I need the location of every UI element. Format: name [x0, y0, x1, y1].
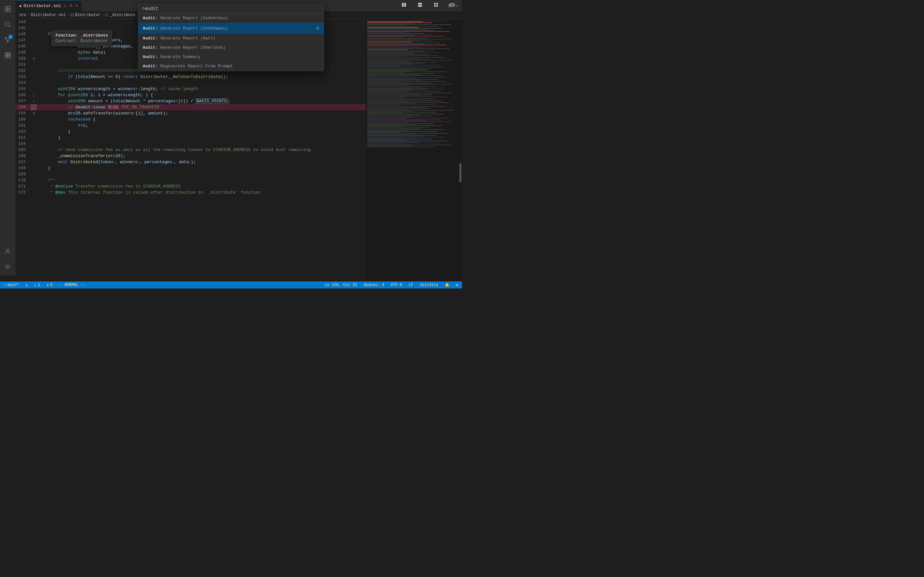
gutter-150: ⚠	[31, 55, 37, 61]
svg-rect-22	[436, 3, 438, 5]
status-language[interactable]: solidity	[418, 283, 439, 287]
activity-extensions[interactable]	[1, 49, 14, 61]
command-bold-2: Audit:	[143, 36, 158, 41]
command-item-1[interactable]: Audit: Generate Report (CodeHawks) ⚙	[138, 23, 324, 34]
encoding-label: UTF-8	[391, 283, 402, 287]
command-rest-4: Generate Summary	[160, 55, 200, 59]
code-line-172: 172 * @dev This internal function is cal…	[15, 189, 366, 195]
line-content-166: _commissionTransfer(erc20);	[37, 153, 366, 159]
status-sync-icon: ↻	[25, 283, 27, 287]
line-content-155: uint256 winnersLength = winners↑.length;…	[37, 86, 366, 92]
gutter-148	[31, 43, 37, 49]
status-branch[interactable]: ⚡ main*	[3, 283, 20, 287]
code-line-160: 160 unchecked {	[15, 116, 366, 122]
status-errors[interactable]: ✗ 0	[45, 283, 53, 287]
layout-toggle-1[interactable]	[397, 0, 411, 10]
layout-toggle-2[interactable]	[413, 0, 427, 10]
command-label-1: Audit: Generate Report (CodeHawks)	[143, 26, 316, 31]
status-warn-icon: ⚠	[34, 283, 36, 287]
gutter-151	[31, 61, 37, 68]
command-rest-0: Generate Report (Code4rena)	[160, 16, 228, 21]
code-line-155: 155 uint256 winnersLength = winners↑.len…	[15, 86, 366, 92]
status-warnings[interactable]: ⚠ 1	[33, 283, 41, 287]
line-content-164	[37, 141, 366, 147]
status-cursor-position[interactable]: Ln 158, Col 33	[323, 283, 359, 287]
line-content-170: /**	[37, 177, 366, 183]
svg-line-9	[6, 39, 8, 41]
svg-rect-19	[418, 3, 422, 5]
line-num-145: 145	[15, 25, 31, 31]
line-content-163: }	[37, 135, 366, 141]
svg-point-15	[6, 249, 9, 251]
activity-explorer[interactable]	[1, 3, 14, 15]
gutter-171	[31, 183, 37, 189]
command-palette[interactable]: Audit: Generate Report (Code4rena) Audit…	[138, 4, 324, 71]
breadcrumb-src[interactable]: src	[19, 13, 26, 17]
gutter-158	[31, 104, 37, 110]
window-controls	[397, 0, 462, 10]
status-bell[interactable]: 🔔	[443, 283, 451, 287]
status-encoding[interactable]: UTF-8	[389, 283, 404, 287]
activity-search[interactable]	[1, 18, 14, 31]
breadcrumb-distributor[interactable]: Distributor	[75, 13, 100, 17]
line-content-171: * @notice Transfer commission fee to STA…	[37, 183, 366, 189]
activity-settings[interactable]	[1, 260, 14, 273]
line-num-144: 144	[15, 19, 31, 25]
command-bold-1: Audit:	[143, 26, 158, 31]
gutter-166	[31, 153, 37, 159]
activity-source-control[interactable]	[1, 33, 14, 46]
command-gear-icon[interactable]: ⚙	[316, 25, 319, 31]
svg-rect-23	[434, 5, 436, 7]
svg-point-8	[7, 41, 9, 42]
line-num-149: 149	[15, 49, 31, 55]
status-spaces[interactable]: Spaces: 4	[362, 283, 386, 287]
gutter-167	[31, 159, 37, 165]
command-item-5[interactable]: Audit: Regenerate Report From Prompt	[138, 61, 324, 71]
line-num-152: 152	[15, 68, 31, 74]
cursor-pos-label: Ln 158, Col 33	[325, 283, 357, 287]
code-line-162: 162 }	[15, 129, 366, 135]
breadcrumb-distribute[interactable]: _distribute	[110, 13, 135, 17]
status-sync[interactable]: ↻	[24, 283, 29, 287]
spaces-label: Spaces: 4	[363, 283, 384, 287]
minimap-scrollbar-thumb[interactable]	[459, 163, 461, 182]
command-item-3[interactable]: Audit: Generate Report (Sherlock)	[138, 43, 324, 52]
status-eol[interactable]: LF	[407, 283, 415, 287]
svg-point-4	[5, 22, 10, 26]
line-content-172: * @dev This internal function is called …	[37, 189, 366, 195]
layout-toggle-3[interactable]	[429, 0, 443, 10]
gutter-165	[31, 147, 37, 153]
tab-file-icon: ◆	[19, 3, 21, 8]
command-rest-1: Generate Report (CodeHawks)	[160, 26, 228, 31]
command-item-2[interactable]: Audit: Generate Report (Hats)	[138, 34, 324, 43]
code-line-164: 164	[15, 141, 366, 147]
svg-rect-17	[402, 3, 404, 7]
tab-close-btn[interactable]: ×	[75, 3, 78, 8]
command-item-0[interactable]: Audit: Generate Report (Code4rena)	[138, 13, 324, 23]
command-item-4[interactable]: Audit: Generate Summary	[138, 52, 324, 61]
svg-line-10	[8, 39, 10, 41]
code-line-167: 167 emit Distributed(token↑, winners↑, p…	[15, 159, 366, 165]
command-bold-0: Audit:	[143, 16, 158, 21]
breadcrumb-icon-distributor: ⬡	[71, 13, 74, 17]
line-num-157: 157	[15, 98, 31, 104]
command-bold-3: Audit:	[143, 45, 158, 50]
line-content-154	[37, 80, 366, 86]
line-num-147: 147	[15, 37, 31, 43]
layout-toggle-4[interactable]	[445, 0, 459, 10]
warning-icon-159: ⚠	[32, 110, 35, 116]
minimap	[366, 19, 462, 282]
svg-rect-11	[5, 53, 7, 55]
gutter-163	[31, 135, 37, 141]
status-feedback[interactable]: ⚙	[455, 283, 459, 287]
code-line-169: 169	[15, 171, 366, 177]
command-label-5: Audit: Regenerate Report From Prompt	[143, 64, 319, 69]
activity-account[interactable]	[1, 245, 14, 258]
tab-distributor-sol[interactable]: ◆ Distributor.sol 1, M ×	[15, 0, 82, 11]
breadcrumb-file[interactable]: Distributor.sol	[31, 13, 66, 17]
minimap-scrollbar[interactable]	[459, 19, 462, 282]
gutter-155	[31, 86, 37, 92]
line-content-156: for (uint256 i; i < winnersLength; ) {	[37, 92, 366, 98]
command-palette-input[interactable]	[142, 6, 320, 11]
code-line-161: 161 ++i;	[15, 122, 366, 129]
